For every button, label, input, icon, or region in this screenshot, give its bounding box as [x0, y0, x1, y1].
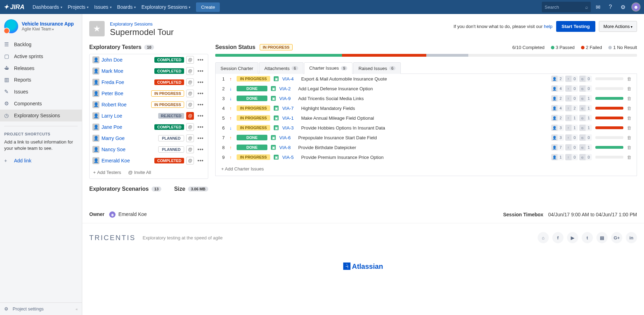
issue-title[interactable]: Provide Hobbies Options In Insurant Data: [301, 125, 547, 131]
help-icon[interactable]: ?: [605, 1, 616, 13]
issue-key[interactable]: VIA-5: [282, 155, 298, 160]
trash-icon[interactable]: 🗑: [627, 135, 632, 140]
at-button[interactable]: @: [186, 78, 194, 86]
sidebar-item[interactable]: ✎Issues: [0, 86, 82, 98]
search-box[interactable]: ⌕: [542, 2, 591, 12]
project-settings[interactable]: ⚙ Project settings «: [0, 302, 82, 315]
trash-icon[interactable]: 🗑: [627, 145, 632, 150]
add-charter-button[interactable]: + Add Charter Issues: [216, 162, 637, 176]
tab[interactable]: Attachments6: [259, 62, 303, 74]
add-testers-button[interactable]: + Add Testers: [93, 170, 121, 175]
invite-all-button[interactable]: @ Invite All: [128, 170, 151, 175]
issue-key[interactable]: VIA-4: [282, 76, 298, 82]
tester-name[interactable]: Jane Poe: [102, 124, 152, 130]
linkedin-icon[interactable]: in: [626, 232, 637, 243]
home-icon[interactable]: ⌂: [538, 232, 549, 243]
at-button[interactable]: @: [186, 157, 194, 164]
tab[interactable]: Session Charter: [215, 62, 258, 74]
issue-title[interactable]: Export & Mail Automobile Insurance Quote: [301, 76, 547, 82]
more-actions-button[interactable]: More Actions: [599, 21, 637, 32]
trash-icon[interactable]: 🗑: [627, 86, 632, 91]
more-icon[interactable]: •••: [196, 79, 205, 85]
tester-name[interactable]: Freda Foe: [102, 79, 152, 85]
sidebar-item[interactable]: ⛴Releases: [0, 62, 82, 74]
youtube-icon[interactable]: ▶: [567, 232, 578, 243]
issue-title[interactable]: Make Annual Mileage Field Optional: [301, 115, 547, 121]
jira-logo[interactable]: JIRA: [4, 3, 24, 11]
more-icon[interactable]: •••: [196, 68, 205, 74]
sidebar-item[interactable]: ☰Backlog: [0, 38, 82, 50]
issue-title[interactable]: Add Tricentis Social Media Links: [298, 96, 548, 101]
more-icon[interactable]: •••: [196, 113, 205, 119]
trash-icon[interactable]: 🗑: [627, 76, 632, 82]
tab[interactable]: Raised Issues6: [353, 62, 401, 74]
more-icon[interactable]: •••: [196, 158, 205, 163]
nav-item[interactable]: Exploratory Sessions: [139, 0, 194, 14]
trash-icon[interactable]: 🗑: [627, 155, 632, 160]
collapse-icon[interactable]: «: [76, 307, 78, 311]
nav-item[interactable]: Issues: [91, 0, 114, 14]
slideshare-icon[interactable]: ▤: [596, 232, 608, 243]
more-icon[interactable]: •••: [196, 102, 205, 107]
at-button[interactable]: @: [186, 90, 194, 97]
tester-name[interactable]: Emerald Koe: [102, 158, 152, 163]
user-avatar[interactable]: ☻: [631, 2, 640, 12]
issue-key[interactable]: VIA-7: [282, 106, 298, 111]
twitter-icon[interactable]: t: [582, 232, 593, 243]
issue-key[interactable]: VIA-2: [279, 86, 295, 91]
start-testing-button[interactable]: Start Testing: [556, 21, 595, 32]
at-button[interactable]: @: [186, 67, 194, 75]
help-link[interactable]: help: [544, 24, 553, 29]
trash-icon[interactable]: 🗑: [627, 106, 632, 111]
tester-name[interactable]: Marry Goe: [102, 135, 156, 141]
tester-name[interactable]: Mark Moe: [102, 68, 152, 74]
issue-title[interactable]: Prepopulate Insurance Start Date Field: [298, 135, 548, 140]
more-icon[interactable]: •••: [196, 135, 205, 141]
nav-item[interactable]: Dashboards: [30, 0, 65, 14]
issue-title[interactable]: Provide Birthdate Datepicker: [298, 145, 548, 150]
trash-icon[interactable]: 🗑: [627, 96, 632, 101]
more-icon[interactable]: •••: [196, 147, 205, 152]
at-button[interactable]: @: [186, 134, 194, 142]
issue-key[interactable]: VIA-3: [282, 125, 298, 131]
at-button[interactable]: @: [186, 56, 194, 64]
settings-icon[interactable]: ⚙: [617, 1, 629, 13]
sidebar-item[interactable]: ◷Exploratory Sessions: [0, 110, 82, 121]
add-link-button[interactable]: + Add link: [0, 155, 82, 166]
at-button[interactable]: @: [186, 101, 194, 108]
issue-title[interactable]: Provide Premium Insurance Price Option: [301, 155, 547, 160]
more-icon[interactable]: •••: [196, 124, 205, 130]
sidebar-item[interactable]: ▢Active sprints: [0, 50, 82, 62]
sidebar-item[interactable]: ⚙Components: [0, 98, 82, 110]
nav-item[interactable]: Boards: [114, 0, 139, 14]
tester-name[interactable]: John Doe: [102, 57, 152, 63]
project-header[interactable]: Vehicle Insurance App Agile Kiwi Team: [0, 14, 82, 37]
issue-title[interactable]: Add Legal Defense Insurance Option: [298, 86, 548, 91]
issue-key[interactable]: VIA-1: [282, 115, 298, 121]
create-button[interactable]: Create: [196, 2, 220, 12]
tester-name[interactable]: Peter Boe: [102, 91, 149, 96]
atlassian-logo[interactable]: Atlassian: [82, 252, 644, 292]
at-button[interactable]: @: [186, 123, 194, 131]
issue-title[interactable]: Highlight Mandatory Fields: [301, 106, 547, 111]
more-icon[interactable]: •••: [196, 57, 205, 63]
star-icon[interactable]: ★: [89, 21, 105, 36]
more-icon[interactable]: •••: [196, 91, 205, 96]
google-plus-icon[interactable]: G+: [611, 232, 622, 243]
at-button[interactable]: @: [186, 146, 194, 153]
facebook-icon[interactable]: f: [552, 232, 564, 243]
tester-name[interactable]: Robert Roe: [102, 102, 149, 107]
feedback-icon[interactable]: ✉: [592, 1, 603, 13]
sidebar-item[interactable]: ▥Reports: [0, 74, 82, 86]
tester-name[interactable]: Nancy Soe: [102, 147, 156, 152]
trash-icon[interactable]: 🗑: [627, 125, 632, 131]
tab[interactable]: Charter Issues9: [304, 62, 353, 74]
trash-icon[interactable]: 🗑: [627, 115, 632, 121]
issue-key[interactable]: VIA-8: [279, 145, 295, 150]
search-input[interactable]: [545, 5, 583, 10]
at-button[interactable]: @: [186, 112, 194, 120]
issue-key[interactable]: VIA-9: [279, 96, 295, 101]
breadcrumb[interactable]: Exploratory Sessions: [110, 21, 153, 27]
tester-name[interactable]: Larry Loe: [102, 113, 156, 119]
issue-key[interactable]: VIA-6: [279, 135, 295, 140]
